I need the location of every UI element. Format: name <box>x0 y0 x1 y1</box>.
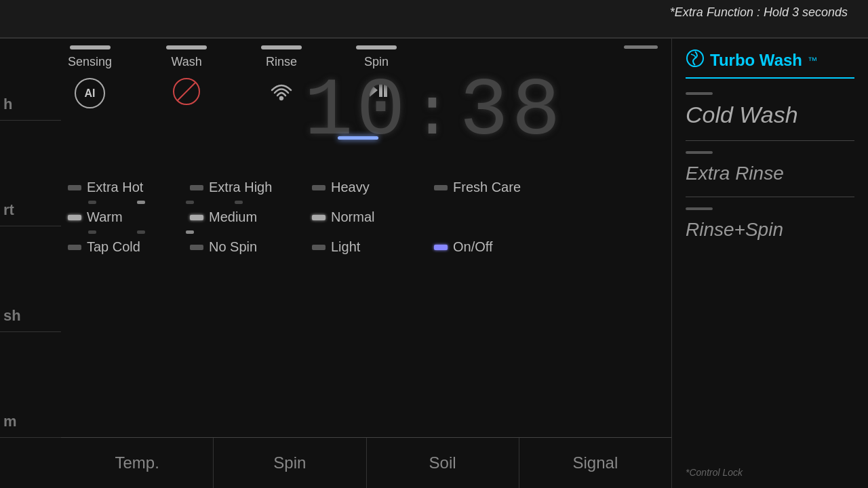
extra-high-label: Extra High <box>209 180 272 195</box>
spacer-led-6 <box>137 230 145 234</box>
right-bottom: *Control Lock <box>686 467 854 478</box>
heavy-label: Heavy <box>331 180 370 195</box>
sensing-indicator: Sensing AI <box>68 45 112 108</box>
spacer-led-4 <box>235 201 243 204</box>
digit-2: 0 <box>356 66 408 158</box>
right-divider-2 <box>686 197 854 197</box>
on-off-option[interactable]: On/Off <box>434 239 556 255</box>
normal-label: Normal <box>331 209 374 225</box>
cold-wash-label: Cold Wash <box>686 102 854 128</box>
tap-cold-label: Tap Cold <box>87 239 140 255</box>
left-edge-item-3: sh <box>0 300 61 332</box>
heavy-option[interactable]: Heavy <box>312 180 434 195</box>
bottom-labels: Temp. Spin Soil Signal <box>61 437 671 488</box>
spacer-led-2 <box>137 201 145 204</box>
sensing-label: Sensing <box>68 55 112 69</box>
wifi-icon <box>269 78 294 107</box>
bottom-label-spin[interactable]: Spin <box>214 438 366 488</box>
digital-display: 10:38 <box>305 42 563 178</box>
medium-label: Medium <box>209 209 257 225</box>
tap-cold-led <box>68 245 81 250</box>
rinse-bar <box>261 45 302 49</box>
light-option[interactable]: Light <box>312 239 434 255</box>
rinse-spin-label: Rinse+Spin <box>686 219 854 241</box>
wash-indicator: Wash <box>166 45 207 105</box>
turbo-underline <box>686 77 854 79</box>
options-row-3: Tap Cold No Spin Light On/Off <box>68 239 671 255</box>
bottom-label-soil[interactable]: Soil <box>367 438 519 488</box>
warm-led <box>68 215 81 220</box>
right-mini-bar-3 <box>686 207 713 210</box>
normal-option[interactable]: Normal <box>312 209 434 225</box>
no-heat-icon <box>173 78 200 105</box>
medium-led <box>190 215 203 220</box>
options-row-1: Extra Hot Extra High Heavy Fresh Care <box>68 180 671 195</box>
fresh-care-option[interactable]: Fresh Care <box>434 180 556 195</box>
left-edge-item-2: rt <box>0 195 61 226</box>
digit-3: 3 <box>460 66 512 158</box>
spacer-led-1 <box>88 201 96 204</box>
options-grid: Extra Hot Extra High Heavy Fresh Care <box>68 174 671 434</box>
led-progress-bar <box>338 136 378 140</box>
fresh-care-label: Fresh Care <box>453 180 521 195</box>
right-mini-bar-2 <box>686 151 713 154</box>
right-mini-bar-1 <box>686 92 713 95</box>
tap-cold-option[interactable]: Tap Cold <box>68 239 190 255</box>
spacer-led-5 <box>88 230 96 234</box>
warm-label: Warm <box>87 209 123 225</box>
svg-point-0 <box>280 97 283 100</box>
wash-bar <box>166 45 207 49</box>
extra-hot-label: Extra Hot <box>87 180 143 195</box>
bottom-label-temp[interactable]: Temp. <box>61 438 214 488</box>
light-led <box>312 245 326 250</box>
no-spin-led <box>190 245 203 250</box>
extra-hot-led <box>68 185 81 190</box>
no-spin-option[interactable]: No Spin <box>190 239 312 255</box>
digit-4: 8 <box>512 66 564 158</box>
turbo-wash-section: Turbo Wash™ <box>686 49 854 72</box>
rinse-label: Rinse <box>266 55 297 69</box>
warm-option[interactable]: Warm <box>68 209 190 225</box>
sensing-bar <box>70 45 111 49</box>
turbo-icon <box>686 49 705 72</box>
medium-option[interactable]: Medium <box>190 209 312 225</box>
on-off-led <box>434 245 448 250</box>
control-lock-label: *Control Lock <box>686 467 854 478</box>
wash-label: Wash <box>171 55 201 69</box>
ai-icon: AI <box>75 78 105 108</box>
extra-high-option[interactable]: Extra High <box>190 180 312 195</box>
main-panel: h rt sh m Sensing AI Wash Rinse <box>0 37 868 488</box>
turbo-wash-label: Turbo Wash <box>710 51 802 70</box>
rinse-indicator: Rinse <box>261 45 302 107</box>
fresh-care-led <box>434 185 448 190</box>
colon: : <box>412 77 456 154</box>
turbo-tm: ™ <box>808 55 817 66</box>
options-row-2: Warm Medium Normal <box>68 209 671 225</box>
left-edge-item-1: h <box>0 89 61 121</box>
right-divider-1 <box>686 140 854 141</box>
spacer-row-2 <box>88 230 671 234</box>
heavy-led <box>312 185 326 190</box>
normal-led <box>312 215 326 220</box>
spacer-row-1 <box>88 201 671 204</box>
right-panel: Turbo Wash™ Cold Wash Extra Rinse Rinse+… <box>671 39 868 488</box>
extra-hot-option[interactable]: Extra Hot <box>68 180 190 195</box>
spacer-led-3 <box>186 201 194 204</box>
spacer-led-7 <box>186 230 194 234</box>
on-off-label: On/Off <box>453 239 493 255</box>
top-right-indicator <box>624 45 658 49</box>
time-display: 10:38 <box>304 60 564 160</box>
left-edge: h rt sh m <box>0 39 61 488</box>
extra-high-led <box>190 185 203 190</box>
light-label: Light <box>331 239 360 255</box>
left-edge-item-4: m <box>0 406 61 438</box>
no-spin-label: No Spin <box>209 239 257 255</box>
bottom-label-signal[interactable]: Signal <box>519 438 671 488</box>
digit-1: 1 <box>304 66 356 158</box>
extra-function-note: *Extra Function : Hold 3 seconds <box>670 5 848 20</box>
extra-rinse-label: Extra Rinse <box>686 163 854 184</box>
